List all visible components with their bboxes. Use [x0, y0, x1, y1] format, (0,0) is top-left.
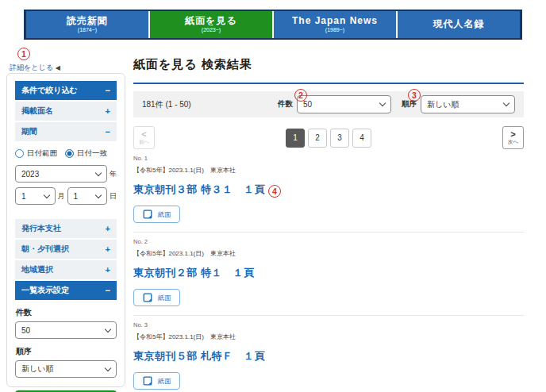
result-title-link[interactable]: 東京朝刊５部 札特Ｆ １頁	[133, 349, 265, 363]
radio-date-exact[interactable]	[65, 149, 74, 158]
section-label: 地域選択	[21, 264, 53, 275]
newspaper-page-icon	[143, 293, 152, 302]
result-number: No. 2	[133, 238, 524, 245]
tab-sublabel: (1989~)	[325, 27, 344, 33]
section-page-name[interactable]: 掲載面名 +	[15, 102, 117, 121]
month-select[interactable]: 1	[15, 187, 56, 205]
radio-date-range[interactable]	[15, 149, 24, 158]
plus-icon: +	[106, 106, 110, 116]
result-item-3: No. 3 【令和5年】2023.1.1(日) 東京本社 東京朝刊５部 札特Ｆ …	[133, 316, 524, 392]
tab-sublabel: (2023~)	[202, 27, 221, 33]
result-number: No. 1	[133, 155, 524, 162]
page-title: 紙面を見る 検索結果	[133, 57, 524, 72]
page-number-group: 1 2 3 4	[155, 129, 502, 148]
next-page-label: 次へ	[508, 140, 518, 145]
result-meta: 【令和5年】2023.1.1(日) 東京本社	[133, 332, 524, 341]
section-label: 発行本支社	[21, 223, 61, 234]
radio-date-exact-label[interactable]: 日付一致	[77, 148, 107, 159]
order-select-value: 新しい順	[21, 363, 53, 375]
view-paper-button[interactable]: 紙面	[133, 289, 180, 306]
date-mode-radios: 日付範囲 日付一致	[15, 148, 117, 159]
count-select-value: 50	[21, 326, 30, 335]
view-paper-label: 紙面	[158, 294, 171, 302]
results-filter-bar: 181件 (1 - 50) 件数 50 順序 新しい順	[133, 91, 524, 117]
tab-japan-news[interactable]: The Japan News (1989~)	[272, 11, 396, 38]
title-divider	[133, 83, 524, 84]
chevron-down-icon	[95, 191, 102, 198]
minus-icon: −	[106, 127, 110, 136]
year-select-value: 2023	[21, 170, 39, 179]
section-label: 掲載面名	[21, 106, 53, 117]
section-list-display-settings[interactable]: 一覧表示設定 −	[15, 281, 117, 300]
results-order-value: 新しい順	[427, 99, 459, 110]
tab-label: 現代人名録	[433, 19, 485, 30]
page-button-4[interactable]: 4	[352, 129, 371, 148]
annotation-circle-1: 1	[17, 48, 30, 60]
results-count-select[interactable]: 50	[297, 95, 391, 113]
count-select[interactable]: 50	[15, 321, 117, 339]
chevron-down-icon	[105, 364, 111, 371]
tab-shimen-wo-miru[interactable]: 紙面を見る (2023~)	[148, 11, 272, 38]
pagination: < 前へ 1 2 3 4 > 次へ	[133, 126, 524, 149]
tab-label: 読売新聞	[67, 16, 108, 27]
month-day-row: 1 月 1 日	[15, 187, 117, 205]
chevron-down-icon	[379, 100, 386, 106]
section-head-office[interactable]: 発行本支社 +	[15, 219, 117, 238]
newspaper-page-icon	[143, 209, 152, 219]
result-title-link[interactable]: 東京朝刊３部 特３１ １頁	[133, 183, 265, 197]
next-page-button[interactable]: > 次へ	[502, 126, 524, 149]
annotation-circle-3: 3	[408, 89, 421, 102]
view-paper-label: 紙面	[158, 377, 171, 386]
page-button-3[interactable]: 3	[330, 129, 349, 148]
result-number: No. 3	[133, 321, 524, 329]
tab-yomiuri-shimbun[interactable]: 読売新聞 (1874~)	[26, 11, 148, 38]
newspaper-page-icon	[143, 376, 152, 386]
day-unit-label: 日	[110, 191, 117, 202]
chevron-down-icon	[503, 100, 509, 106]
annotation-circle-2: 2	[294, 89, 307, 102]
plus-icon: +	[106, 224, 110, 233]
chevron-down-icon	[95, 169, 102, 175]
year-select[interactable]: 2023	[15, 165, 107, 183]
section-label: 朝・夕刊選択	[21, 244, 69, 255]
section-region-select[interactable]: 地域選択 +	[15, 260, 117, 279]
count-label: 件数	[278, 99, 293, 110]
close-details-label: 詳細をとじる	[10, 63, 53, 73]
tab-label: 紙面を見る	[185, 16, 237, 27]
order-label: 順序	[16, 346, 117, 357]
day-select-value: 1	[74, 192, 79, 201]
tab-sublabel: (1874~)	[78, 27, 97, 33]
prev-page-button[interactable]: < 前へ	[133, 126, 155, 149]
close-details-link[interactable]: 詳細をとじる ◀	[10, 63, 60, 73]
result-item-2: No. 2 【令和5年】2023.1.1(日) 東京本社 東京朝刊２部 特１ １…	[133, 233, 524, 316]
result-title-link[interactable]: 東京朝刊２部 特１ １頁	[133, 266, 255, 280]
plus-icon: +	[106, 244, 110, 254]
minus-icon: −	[106, 286, 110, 295]
results-order-select[interactable]: 新しい順	[421, 95, 515, 113]
result-count: 181件 (1 - 50)	[142, 99, 278, 110]
chevron-down-icon	[43, 191, 49, 198]
section-edition-select[interactable]: 朝・夕刊選択 +	[15, 240, 117, 259]
section-label: 一覧表示設定	[21, 285, 69, 296]
view-paper-button[interactable]: 紙面	[133, 372, 180, 390]
page-button-2[interactable]: 2	[308, 129, 327, 148]
day-select[interactable]: 1	[67, 187, 108, 205]
view-paper-button[interactable]: 紙面	[133, 206, 180, 223]
result-meta: 【令和5年】2023.1.1(日) 東京本社	[133, 166, 524, 175]
prev-page-label: 前へ	[139, 140, 149, 145]
radio-date-range-label[interactable]: 日付範囲	[27, 148, 57, 159]
page-button-1[interactable]: 1	[286, 129, 305, 148]
collapse-left-icon: ◀	[56, 64, 60, 71]
tab-gendai-jinmeiroku[interactable]: 現代人名録	[396, 11, 520, 38]
section-filter-conditions[interactable]: 条件で絞り込む −	[15, 81, 117, 100]
chevron-down-icon	[105, 325, 111, 332]
count-label: 件数	[16, 307, 117, 318]
month-unit-label: 月	[58, 191, 65, 202]
filter-sidebar: 条件で絞り込む − 掲載面名 + 期間 − 日付範囲 日付一致 2023 年 1…	[6, 73, 125, 387]
view-paper-label: 紙面	[158, 210, 171, 219]
order-select[interactable]: 新しい順	[15, 360, 117, 378]
minus-icon: −	[106, 86, 110, 95]
search-results-main: 紙面を見る 検索結果 181件 (1 - 50) 件数 50 順序 新しい順 <…	[133, 57, 524, 392]
section-period[interactable]: 期間 −	[15, 122, 117, 141]
section-label: 期間	[21, 126, 37, 137]
